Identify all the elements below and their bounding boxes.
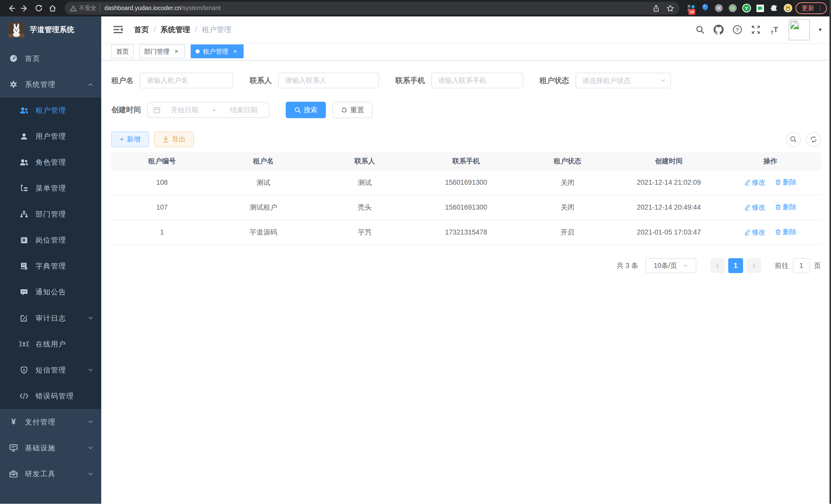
page-size-select[interactable]: 10条/页: [646, 258, 696, 273]
url-text[interactable]: dashboard.yudao.iocoder.cn/system/tenant: [104, 5, 221, 11]
browser-back-button[interactable]: [4, 1, 18, 15]
edit-icon: [744, 229, 750, 236]
sidebar-item-menu[interactable]: 菜单管理: [0, 175, 101, 201]
reset-button[interactable]: 重置: [332, 102, 373, 118]
browser-home-button[interactable]: [46, 1, 59, 15]
sidebar-item-user[interactable]: 用户管理: [0, 124, 101, 149]
tag-dept[interactable]: 部门管理 ×: [139, 45, 185, 58]
extension-chat-icon[interactable]: [756, 4, 765, 12]
svg-text:Y: Y: [745, 6, 748, 11]
sidebar-item-post[interactable]: 岗位管理: [0, 227, 101, 253]
pagination: 共 3 条 10条/页 1 前往 页: [111, 258, 821, 273]
page-unit-label: 页: [814, 261, 821, 270]
sidebar-item-devtools[interactable]: 研发工具: [0, 461, 101, 487]
main-area: 首页 / 系统管理 / 租户管理 ? TT ▼: [101, 17, 831, 504]
delete-link[interactable]: 删除: [775, 178, 797, 187]
sidebar: 芋道管理系统 首页 系统管理 租户管理: [0, 17, 101, 504]
breadcrumb-system[interactable]: 系统管理: [161, 25, 190, 35]
tenant-table: 租户编号 租户名 联系人 联系手机 租户状态 创建时间 操作 108 测试: [111, 152, 821, 245]
tenant-name-label: 租户名: [111, 76, 134, 86]
font-size-icon[interactable]: TT: [767, 22, 782, 37]
chevron-down-icon: [87, 445, 94, 451]
bookmark-star-icon[interactable]: [666, 4, 674, 12]
forward-icon: [21, 4, 29, 12]
search-icon: [294, 107, 301, 114]
share-icon[interactable]: [652, 5, 660, 12]
sidebar-item-notice[interactable]: 通知公告: [0, 279, 101, 305]
extension-recorder-icon[interactable]: [728, 4, 737, 12]
code-icon: [20, 392, 29, 399]
help-icon[interactable]: ?: [730, 22, 745, 37]
filter-row-2: 创建时间 开始日期 - 结束日期 搜索 重置: [111, 102, 821, 118]
next-page-button[interactable]: [746, 258, 761, 273]
tag-tenant[interactable]: 租户管理 ×: [191, 45, 243, 58]
chevron-down-icon: [660, 77, 666, 84]
fullscreen-icon[interactable]: [748, 22, 763, 37]
mobile-input[interactable]: [431, 73, 523, 89]
svg-text:⌘: ⌘: [716, 5, 722, 11]
sidebar-item-dept[interactable]: 部门管理: [0, 201, 101, 227]
chevron-down-icon: [683, 263, 688, 269]
search-button[interactable]: 搜索: [286, 102, 326, 118]
user-avatar[interactable]: [789, 19, 810, 40]
delete-link[interactable]: 删除: [775, 227, 797, 237]
sidebar-item-infra[interactable]: 基础设施: [0, 435, 101, 461]
extension-command-icon[interactable]: ⌘: [714, 4, 723, 12]
delete-link[interactable]: 删除: [775, 202, 797, 212]
add-button[interactable]: + 新增: [111, 131, 149, 147]
sidebar-item-payment[interactable]: ¥ 支付管理: [0, 409, 101, 435]
table-row: 108 测试 测试 15601691300 关闭 2021-12-14 21:0…: [111, 170, 821, 195]
goto-page-input[interactable]: [793, 258, 810, 273]
page-number-1[interactable]: 1: [728, 258, 743, 273]
refresh-icon: [341, 107, 348, 114]
security-label[interactable]: 不安全: [79, 4, 96, 12]
breadcrumb-separator: /: [195, 25, 197, 34]
contact-input[interactable]: [278, 73, 379, 89]
extensions-puzzle-icon[interactable]: [770, 4, 779, 12]
tenant-name-input[interactable]: [140, 73, 233, 89]
app-logo[interactable]: 芋道管理系统: [0, 17, 101, 43]
status-select[interactable]: 请选择租户状态: [576, 73, 671, 89]
extension-balloon-icon[interactable]: [701, 4, 710, 12]
svg-text:?: ?: [736, 27, 739, 33]
sidebar-item-audit-log[interactable]: 审计日志: [0, 305, 101, 331]
toggle-search-button[interactable]: [786, 132, 801, 147]
edit-link[interactable]: 修改: [744, 178, 766, 187]
close-icon[interactable]: ×: [231, 48, 239, 55]
sidebar-item-errcode[interactable]: 错误码管理: [0, 383, 101, 409]
breadcrumb-home[interactable]: 首页: [134, 25, 149, 35]
tag-home[interactable]: 首页: [111, 45, 134, 58]
filter-create-time: 创建时间 开始日期 - 结束日期: [111, 102, 269, 118]
sidebar-item-sms[interactable]: 短信管理: [0, 357, 101, 383]
sidebar-item-tenant[interactable]: 租户管理: [0, 98, 101, 124]
export-button[interactable]: 导出: [154, 131, 194, 147]
github-icon[interactable]: [711, 22, 726, 37]
date-range-input[interactable]: 开始日期 - 结束日期: [147, 102, 269, 118]
navbar: 首页 / 系统管理 / 租户管理 ? TT ▼: [101, 17, 831, 43]
sidebar-item-home[interactable]: 首页: [0, 46, 101, 71]
profile-avatar-icon[interactable]: [783, 4, 793, 12]
sidebar-toggle-button[interactable]: [109, 26, 127, 34]
tree-table-icon: [20, 184, 29, 192]
edit-link[interactable]: 修改: [744, 203, 766, 212]
close-icon[interactable]: ×: [173, 48, 180, 55]
browser-reload-button[interactable]: [32, 1, 46, 15]
extension-tag-manager-icon[interactable]: 10: [687, 4, 696, 12]
sidebar-item-role[interactable]: 角色管理: [0, 149, 101, 175]
edit-link[interactable]: 修改: [744, 228, 766, 237]
sidebar-item-system[interactable]: 系统管理: [0, 71, 101, 97]
sidebar-item-online-users[interactable]: 在线用户: [0, 331, 101, 357]
status-text: 关闭: [517, 195, 618, 220]
browser-forward-button[interactable]: [18, 1, 32, 15]
sidebar-item-dict[interactable]: 字典管理: [0, 253, 101, 279]
extension-y-icon[interactable]: Y: [742, 4, 751, 12]
url-bar[interactable]: 不安全 dashboard.yudao.iocoder.cn/system/te…: [65, 2, 680, 14]
browser-update-button[interactable]: 更新 ⋮: [796, 2, 827, 14]
refresh-table-button[interactable]: [806, 132, 821, 147]
avatar-caret-icon[interactable]: ▼: [818, 27, 823, 33]
browser-menu-icon[interactable]: ⋮: [817, 5, 823, 11]
prev-page-button[interactable]: [710, 258, 725, 273]
window-edge: [829, 0, 831, 504]
trash-icon: [775, 204, 781, 211]
header-search-icon[interactable]: [693, 22, 708, 37]
